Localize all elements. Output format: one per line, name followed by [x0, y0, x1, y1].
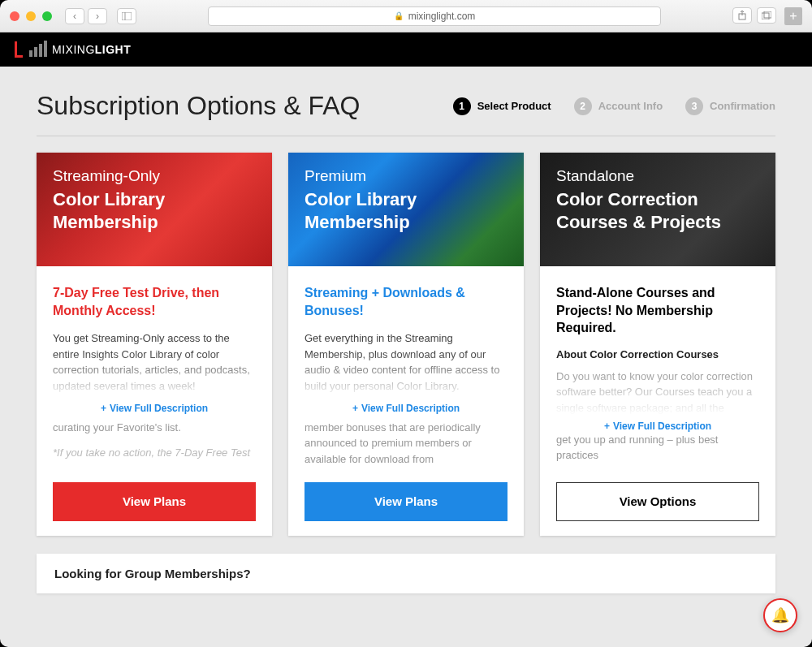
share-icon: [738, 11, 746, 20]
card-lead: Stand-Alone Courses and Projects! No Mem…: [556, 284, 759, 337]
card-paragraph: *If you take no action, the 7-Day Free T…: [53, 445, 256, 464]
page-header: Subscription Options & FAQ 1 Select Prod…: [37, 91, 775, 136]
card-lead: 7-Day Free Test Drive, then Monthly Acce…: [53, 284, 256, 319]
sidebar-toggle-button[interactable]: [117, 8, 136, 24]
card-description-area: About Color Correction Courses Do you wa…: [556, 348, 759, 482]
card-body: 7-Day Free Test Drive, then Monthly Acce…: [37, 266, 272, 536]
card-subheading: About Color Correction Courses: [556, 348, 759, 360]
nav-button-group: ‹ ›: [65, 8, 107, 24]
logo-text: MIXINGLIGHT: [52, 43, 131, 56]
logo-l-shape: [15, 41, 23, 58]
step-confirmation[interactable]: 3 Confirmation: [685, 97, 775, 115]
step-number: 1: [453, 97, 471, 115]
tabs-icon: [762, 11, 771, 19]
url-text: mixinglight.com: [408, 11, 476, 22]
new-tab-button[interactable]: +: [784, 7, 802, 25]
card-title: Color Correction Courses & Projects: [556, 188, 759, 233]
card-paragraph: Build your personal library of Insights …: [53, 403, 256, 435]
svg-rect-5: [764, 11, 771, 18]
browser-window: ‹ › 🔒 mixinglight.com + MIXINGLIGHT: [0, 0, 812, 647]
group-memberships-text: Looking for Group Memberships?: [54, 567, 251, 580]
forward-button[interactable]: ›: [88, 8, 107, 24]
step-account-info[interactable]: 2 Account Info: [574, 97, 663, 115]
card-pretitle: Standalone: [556, 167, 759, 185]
step-select-product[interactable]: 1 Select Product: [453, 97, 551, 115]
card-lead: Streaming + Downloads & Bonuses!: [304, 284, 508, 319]
card-standalone: Standalone Color Correction Courses & Pr…: [540, 153, 775, 536]
step-number: 2: [574, 97, 592, 115]
view-plans-button[interactable]: View Plans: [304, 482, 508, 521]
card-pretitle: Streaming-Only: [53, 167, 256, 185]
svg-rect-4: [762, 13, 769, 19]
toolbar-right-icons: +: [732, 7, 802, 25]
step-number: 3: [685, 97, 703, 115]
step-label: Account Info: [598, 100, 663, 112]
close-window-button[interactable]: [10, 11, 19, 21]
page-content: Subscription Options & FAQ 1 Select Prod…: [0, 67, 812, 647]
subscription-cards: Streaming-Only Color Library Membership …: [37, 153, 775, 536]
svg-rect-0: [122, 12, 132, 20]
card-header: Premium Color Library Membership: [288, 153, 524, 266]
card-body: Stand-Alone Courses and Projects! No Mem…: [540, 266, 775, 536]
card-streaming-only: Streaming-Only Color Library Membership …: [37, 153, 272, 536]
notification-bell-button[interactable]: 🔔: [763, 598, 797, 632]
card-paragraph: You get Streaming-Only access to the ent…: [53, 330, 256, 394]
card-title: Color Library Membership: [304, 188, 508, 233]
card-paragraph: Get everything in the Streaming Membersh…: [304, 330, 508, 394]
browser-toolbar: ‹ › 🔒 mixinglight.com +: [0, 0, 812, 32]
card-paragraph: Do you want to know your color correctio…: [556, 369, 759, 464]
view-plans-button[interactable]: View Plans: [53, 482, 256, 521]
card-premium: Premium Color Library Membership Streami…: [288, 153, 524, 536]
tabs-button[interactable]: [757, 7, 776, 24]
window-controls: [10, 11, 52, 21]
step-label: Select Product: [477, 100, 551, 112]
share-button[interactable]: [732, 7, 752, 24]
progress-steps: 1 Select Product 2 Account Info 3 Confir…: [453, 97, 775, 115]
site-logo[interactable]: MIXINGLIGHT: [15, 41, 131, 58]
group-memberships-strip: Looking for Group Memberships?: [37, 554, 775, 593]
bell-icon: 🔔: [771, 606, 789, 624]
card-body: Streaming + Downloads & Bonuses! Get eve…: [288, 266, 524, 536]
back-button[interactable]: ‹: [65, 8, 84, 24]
card-header: Streaming-Only Color Library Membership: [37, 153, 272, 266]
logo-bars-icon: [29, 42, 47, 57]
card-description-area: Get everything in the Streaming Membersh…: [304, 330, 508, 464]
maximize-window-button[interactable]: [42, 11, 52, 21]
card-description-area: You get Streaming-Only access to the ent…: [53, 330, 256, 464]
card-title: Color Library Membership: [53, 188, 256, 233]
lock-icon: 🔒: [394, 11, 404, 20]
site-header: MIXINGLIGHT: [0, 32, 812, 67]
panel-icon: [122, 12, 132, 20]
card-paragraph: This membership also includes special me…: [304, 403, 508, 464]
address-bar[interactable]: 🔒 mixinglight.com: [208, 6, 661, 26]
card-pretitle: Premium: [304, 167, 508, 185]
card-header: Standalone Color Correction Courses & Pr…: [540, 153, 775, 266]
view-options-button[interactable]: View Options: [556, 482, 759, 521]
step-label: Confirmation: [710, 100, 775, 112]
minimize-window-button[interactable]: [26, 11, 36, 21]
page-title: Subscription Options & FAQ: [37, 91, 360, 121]
